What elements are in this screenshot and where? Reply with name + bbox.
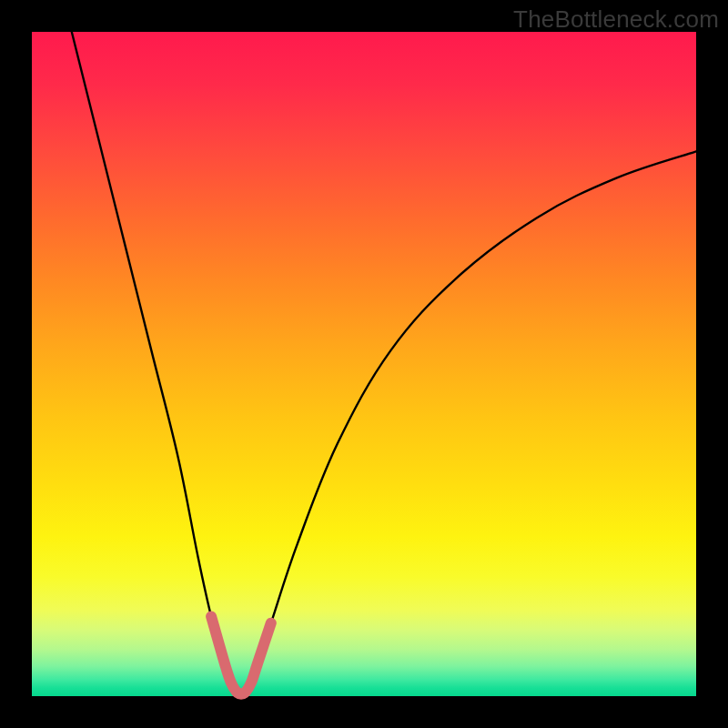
plot-area <box>32 32 696 696</box>
curve-path <box>72 32 696 694</box>
watermark-text: TheBottleneck.com <box>513 5 719 34</box>
chart-frame: TheBottleneck.com <box>0 0 728 728</box>
trough-highlight <box>211 616 271 693</box>
bottleneck-curve <box>32 32 696 696</box>
